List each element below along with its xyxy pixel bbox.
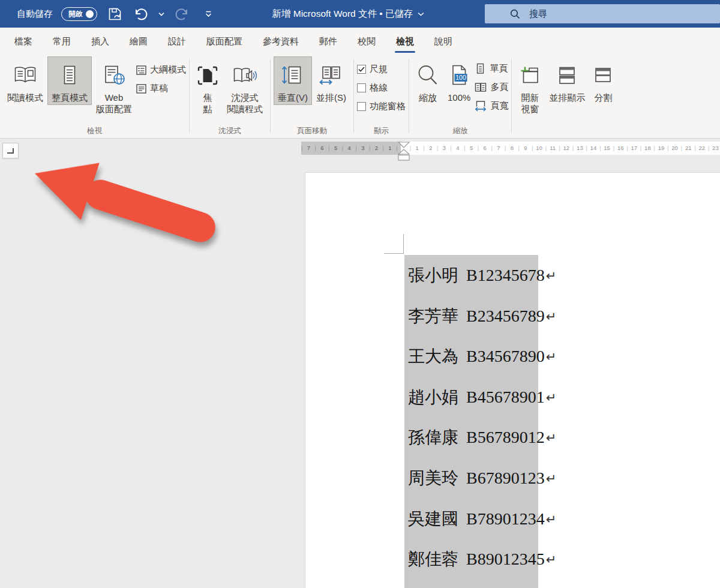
undo-icon [133,7,149,21]
tab-校閱[interactable]: 校閱 [347,28,386,55]
page-movement-group-label: 頁面移動 [274,125,350,138]
web-layout-button[interactable]: Web 版面配置 [92,56,136,116]
search-placeholder: 搜尋 [529,8,547,20]
web-layout-icon [102,59,126,92]
paragraph-mark: ↵ [546,553,557,567]
indent-markers[interactable] [397,142,410,162]
title-chevron-icon [418,12,424,16]
draft-view-button[interactable]: 草稿 [136,79,186,98]
undo-button[interactable] [132,5,150,23]
tab-常用[interactable]: 常用 [43,28,81,55]
ruler-mark: 12 [563,142,570,155]
doc-line-4[interactable]: 趙小娟B45678901↵ [408,385,556,410]
ribbon-group-views: 閱讀模式 整頁模式 [1,55,188,138]
split-button[interactable]: 分割 [589,56,617,105]
student-id: B78901234 [466,509,545,528]
doc-line-1[interactable]: 張小明B12345678↵ [408,263,556,288]
zoom-group-label: 縮放 [412,125,508,138]
immersive-reader-button[interactable]: 沈浸式 閱讀程式 [223,56,267,116]
navigation-pane-checkbox[interactable]: 功能窗格 [357,97,406,116]
ruler-mark: | [613,142,614,155]
view-side-by-side-button[interactable]: 並排顯示 [545,56,589,105]
doc-line-3[interactable]: 王大為B34567890↵ [408,344,556,369]
ruler-mark: 8 [511,142,514,155]
focus-icon [197,59,218,92]
autosave-toggle[interactable]: 開啟 [61,7,97,21]
outline-view-button[interactable]: 大綱模式 [136,61,186,79]
group-separator [511,59,512,133]
tab-郵件[interactable]: 郵件 [309,28,347,55]
tab-檢視[interactable]: 檢視 [386,28,424,55]
ruler-mark: | [626,142,628,155]
ribbon-view-tab-content: 閱讀模式 整頁模式 [0,55,720,139]
student-name: 周美玲 [408,469,458,487]
read-mode-button[interactable]: 閱讀模式 [3,56,47,105]
toggle-knob-icon [86,10,94,18]
zoom-100-label: 100% [448,92,470,103]
doc-line-7[interactable]: 吳建國B78901234↵ [408,506,556,532]
vertical-button[interactable]: 垂直(V) [274,56,312,105]
ribbon-group-immersive: 焦 點 沈浸式 閱讀程式 [191,55,269,138]
save-button[interactable] [106,5,124,23]
student-name: 趙小娟 [408,388,458,406]
tab-繪圖[interactable]: 繪圖 [119,28,158,55]
view-side-by-side-icon [557,59,577,92]
page-width-button[interactable]: 頁寬 [475,97,508,115]
ruler-mark: | [464,142,465,155]
ruler-mark: | [640,142,641,155]
document-title[interactable]: 新增 Microsoft Word 文件 • 已儲存 [210,0,486,28]
one-page-button[interactable]: 單頁 [475,59,508,78]
ruler-mark: 7 [497,142,500,155]
ruler-mark: 17 [631,142,638,155]
zoom-100-button[interactable]: 100 100% [443,56,475,105]
ribbon-group-show: 尺規 格線 功能窗格 顯示 [355,55,407,138]
paragraph-mark: ↵ [546,472,557,486]
doc-line-2[interactable]: 李芳華B23456789↵ [408,304,556,329]
ruler-mark: 4 [456,142,459,155]
group-separator [270,59,271,133]
ruler-margin-area [301,142,401,155]
ruler-mark: 6 [320,142,323,155]
student-id: B12345678 [466,266,545,284]
side-to-side-label: 並排(S) [316,92,346,103]
redo-button[interactable] [173,5,191,23]
zoom-100-icon: 100 [448,59,470,92]
doc-line-8[interactable]: 鄭佳蓉B89012345↵ [408,547,556,572]
print-layout-button[interactable]: 整頁模式 [47,56,92,105]
outline-view-label: 大綱模式 [150,64,186,76]
margin-crop-mark [403,234,404,254]
zoom-button[interactable]: 縮放 [412,56,443,105]
doc-line-5[interactable]: 孫偉康B56789012↵ [408,425,556,450]
ruler-mark: | [383,142,384,155]
focus-button[interactable]: 焦 點 [193,56,223,116]
tab-說明[interactable]: 說明 [424,28,463,55]
side-to-side-button[interactable]: 並排(S) [312,56,350,105]
multiple-pages-button[interactable]: 多頁 [475,78,508,97]
student-id: B67890123 [466,469,545,487]
autosave-toggle-label: 開啟 [68,9,83,19]
student-name: 鄭佳蓉 [408,550,458,568]
gridlines-checkbox[interactable]: 格線 [357,79,406,97]
search-input[interactable]: 搜尋 [485,4,720,23]
undo-dropdown-chevron[interactable] [158,12,164,16]
tab-檔案[interactable]: 檔案 [4,28,43,55]
ruler-mark: | [681,142,682,155]
tab-設計[interactable]: 設計 [158,28,196,55]
paragraph-mark: ↵ [546,431,557,445]
tab-參考資料[interactable]: 參考資料 [253,28,309,55]
new-window-button[interactable]: 開新 視窗 [515,56,545,116]
ruler-checkbox[interactable]: 尺規 [357,60,406,79]
student-name: 李芳華 [408,307,458,325]
redo-icon [174,7,190,21]
tab-版面配置[interactable]: 版面配置 [196,28,253,55]
student-name: 王大為 [408,347,458,365]
horizontal-ruler[interactable]: 7654321||||||||1234567891011121314151617… [301,142,720,155]
ruler-mark: 5 [470,142,473,155]
ruler-mark: 1 [416,142,419,155]
page-width-label: 頁寬 [490,100,508,112]
doc-line-6[interactable]: 周美玲B67890123↵ [408,466,556,491]
new-window-label-1: 開新 [521,92,539,103]
ruler-mark: | [572,142,574,155]
tab-stop-selector[interactable] [2,143,19,158]
tab-插入[interactable]: 插入 [81,28,119,55]
